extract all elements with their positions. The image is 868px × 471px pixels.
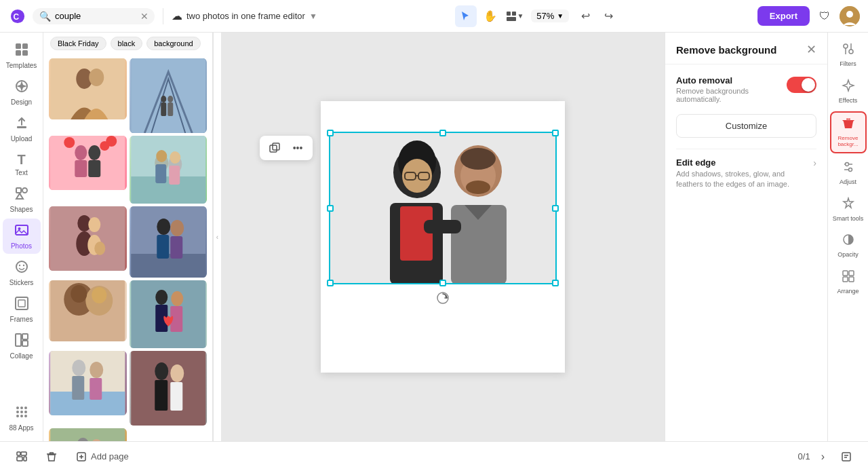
customize-button[interactable]: Customize — [676, 114, 816, 138]
sidebar-item-design[interactable]: Design — [3, 75, 41, 110]
chip-black-friday[interactable]: Black Friday — [50, 37, 106, 50]
list-item[interactable] — [130, 136, 208, 204]
photos-grid — [43, 54, 212, 441]
rotation-handle[interactable] — [436, 291, 450, 307]
rsidebar-label-filters: Filters — [840, 60, 856, 68]
rsidebar-label-arrange: Arrange — [837, 288, 859, 295]
filter-chips: Black Friday black background — [43, 33, 212, 54]
collage-icon — [14, 333, 29, 351]
svg-rect-87 — [131, 351, 205, 426]
undo-redo-group: ↩ ↪ — [574, 5, 619, 27]
undo-button[interactable]: ↩ — [574, 5, 596, 27]
sidebar-item-templates[interactable]: Templates — [3, 38, 41, 73]
svg-point-28 — [16, 411, 19, 413]
sidebar-item-stickers[interactable]: Stickers — [3, 255, 41, 290]
search-clear-icon[interactable]: ✕ — [140, 11, 149, 22]
rsidebar-label-effects: Effects — [839, 97, 857, 105]
shapes-icon — [14, 186, 29, 204]
next-page-button[interactable]: › — [816, 448, 830, 466]
notes-button[interactable] — [835, 449, 857, 465]
redo-button[interactable]: ↪ — [597, 5, 619, 27]
rsidebar-item-arrange[interactable]: Arrange — [830, 265, 867, 299]
svg-point-16 — [18, 227, 20, 230]
project-dropdown-icon[interactable]: ▼ — [309, 12, 317, 21]
list-item[interactable] — [130, 58, 208, 133]
rsidebar-item-remove-bg[interactable]: Remove backgr... — [830, 111, 867, 153]
list-item[interactable] — [49, 280, 127, 341]
sidebar-item-upload[interactable]: Upload — [3, 111, 41, 147]
export-button[interactable]: Export — [757, 6, 810, 26]
svg-point-69 — [170, 220, 184, 236]
auto-removal-title: Auto removal — [676, 75, 781, 86]
chip-background[interactable]: background — [146, 37, 201, 50]
svg-point-85 — [90, 362, 103, 378]
user-avatar[interactable] — [840, 6, 860, 26]
grid-view-button[interactable] — [11, 449, 33, 465]
rsidebar-item-opacity[interactable]: Opacity — [830, 229, 867, 263]
rsidebar-item-smart-tools[interactable]: Smart tools — [830, 193, 867, 227]
project-title[interactable]: ☁ two photos in one frame editor ▼ — [172, 10, 317, 22]
list-item[interactable] — [49, 136, 127, 190]
select-tool-button[interactable] — [455, 5, 477, 27]
svg-point-115 — [844, 44, 848, 48]
list-item[interactable] — [49, 58, 127, 119]
svg-point-14 — [22, 188, 27, 193]
list-item[interactable] — [49, 428, 127, 441]
filters-icon — [842, 42, 855, 59]
svg-rect-41 — [161, 102, 166, 116]
opacity-icon — [842, 233, 855, 250]
canvas-area[interactable]: ••• — [221, 33, 665, 441]
svg-rect-133 — [17, 457, 22, 461]
sidebar-item-shapes[interactable]: Shapes — [3, 182, 41, 217]
panel-collapse-handle[interactable]: ‹ — [213, 33, 221, 441]
svg-point-83 — [72, 360, 85, 376]
sidebar-label-design: Design — [11, 98, 32, 106]
project-title-text: two photos in one frame editor — [186, 11, 305, 21]
search-bar[interactable]: 🔍 ✕ — [33, 8, 155, 24]
sidebar-item-photos[interactable]: Photos — [3, 219, 41, 254]
search-icon: 🔍 — [39, 11, 51, 22]
add-page-button[interactable]: Add page — [71, 449, 134, 465]
svg-point-48 — [64, 137, 75, 148]
sidebar-item-text[interactable]: T Text — [3, 148, 41, 181]
sidebar-item-apps[interactable]: 88 Apps — [3, 400, 41, 436]
more-options-button[interactable]: ••• — [288, 138, 307, 157]
sidebar-item-frames[interactable]: Frames — [3, 292, 41, 327]
zoom-control[interactable]: 57% ▼ — [531, 10, 569, 22]
list-item[interactable] — [49, 206, 127, 271]
svg-rect-7 — [16, 43, 21, 49]
svg-point-90 — [170, 364, 184, 382]
tool-buttons: ✋ ▼ — [455, 5, 526, 27]
svg-rect-58 — [169, 166, 180, 185]
rsidebar-item-filters[interactable]: Filters — [830, 38, 867, 72]
edit-edge-title: Edit edge — [676, 157, 813, 168]
sidebar-item-collage[interactable]: Collage — [3, 328, 41, 364]
canva-logo[interactable]: C — [8, 7, 27, 26]
photos-icon — [14, 223, 29, 241]
layout-tool-button[interactable]: ▼ — [504, 5, 526, 27]
edit-edge-section[interactable]: Edit edge Add shadows, strokes, glow, an… — [676, 149, 816, 198]
duplicate-button[interactable] — [265, 138, 284, 157]
auto-removal-toggle[interactable] — [787, 77, 816, 93]
selected-photo[interactable] — [329, 132, 557, 284]
rsidebar-item-effects[interactable]: Effects — [830, 75, 867, 109]
rsidebar-item-adjust[interactable]: Adjust — [830, 156, 867, 190]
sidebar-label-stickers: Stickers — [9, 279, 34, 286]
chip-black[interactable]: black — [111, 37, 143, 50]
hand-tool-button[interactable]: ✋ — [479, 5, 501, 27]
svg-point-45 — [88, 145, 100, 160]
list-item[interactable] — [130, 351, 208, 426]
design-icon — [14, 79, 29, 97]
search-input[interactable] — [55, 11, 136, 21]
list-item[interactable] — [130, 280, 208, 348]
svg-rect-82 — [50, 392, 125, 415]
svg-point-36 — [89, 69, 104, 86]
panel-close-button[interactable]: ✕ — [806, 42, 816, 57]
svg-rect-42 — [167, 102, 173, 116]
delete-page-button[interactable] — [41, 449, 62, 465]
shield-icon[interactable]: 🛡 — [815, 7, 834, 26]
svg-rect-76 — [131, 280, 205, 348]
svg-point-39 — [161, 96, 166, 102]
list-item[interactable] — [130, 206, 208, 278]
list-item[interactable] — [49, 351, 127, 415]
